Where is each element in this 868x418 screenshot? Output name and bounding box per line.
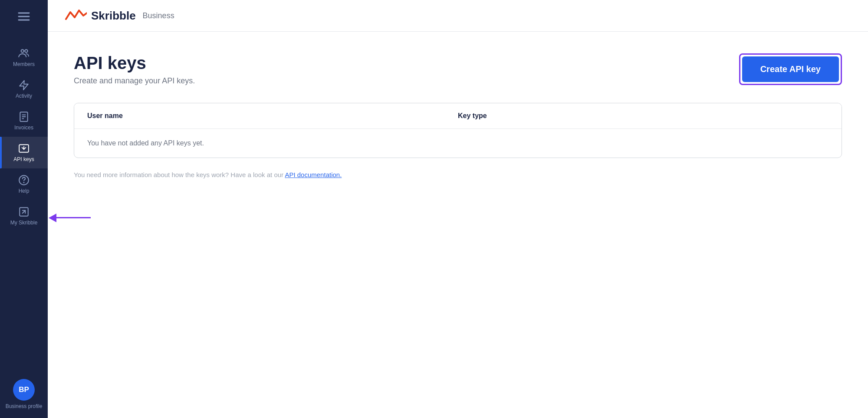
logo-icon xyxy=(65,8,87,23)
arrow-head xyxy=(49,214,56,222)
sidebar-item-api-keys[interactable]: API keys xyxy=(0,137,48,168)
sidebar-item-members[interactable]: Members xyxy=(0,42,48,73)
arrow-indicator xyxy=(49,214,91,222)
col-username-header: User name xyxy=(87,112,458,120)
svg-point-12 xyxy=(23,182,24,183)
main-content: Skribble Business API keys Create and ma… xyxy=(48,0,868,418)
api-table-body: You have not added any API keys yet. xyxy=(74,129,842,158)
page-content: API keys Create and manage your API keys… xyxy=(48,32,868,418)
sidebar-bottom: BP Business profile xyxy=(0,379,48,418)
sidebar-item-activity-label: Activity xyxy=(16,93,32,99)
top-header: Skribble Business xyxy=(48,0,868,32)
business-profile-label: Business profile xyxy=(6,403,43,409)
arrow-line xyxy=(56,217,91,218)
sidebar-item-activity[interactable]: Activity xyxy=(0,73,48,105)
avatar-initials: BP xyxy=(19,385,29,394)
sidebar-nav: Members Activity Invoices xyxy=(0,42,48,379)
logo-area: Skribble Business xyxy=(65,8,174,23)
logo-brand: Skribble xyxy=(91,9,136,23)
sidebar-item-invoices[interactable]: Invoices xyxy=(0,105,48,137)
sidebar-item-my-skribble[interactable]: My Skribble xyxy=(0,200,48,232)
page-header: API keys Create and manage your API keys… xyxy=(74,53,842,86)
create-api-key-button[interactable]: Create API key xyxy=(742,56,839,82)
col-keytype-header: Key type xyxy=(458,112,829,120)
api-keys-table: User name Key type You have not added an… xyxy=(74,103,842,158)
page-subtitle: Create and manage your API keys. xyxy=(74,76,195,86)
sidebar-item-my-skribble-label: My Skribble xyxy=(10,220,38,226)
page-title-area: API keys Create and manage your API keys… xyxy=(74,53,195,86)
avatar[interactable]: BP xyxy=(13,379,35,401)
logo-sub: Business xyxy=(143,11,174,20)
sidebar-item-api-keys-label: API keys xyxy=(13,156,34,162)
sidebar-item-members-label: Members xyxy=(13,61,35,67)
api-docs-link[interactable]: API documentation. xyxy=(285,171,342,178)
sidebar-item-help-label: Help xyxy=(19,188,30,194)
api-docs-text: You need more information about how the … xyxy=(74,171,842,178)
create-api-btn-wrapper: Create API key xyxy=(739,53,842,85)
sidebar-item-invoices-label: Invoices xyxy=(14,125,33,131)
svg-point-4 xyxy=(25,49,27,53)
api-empty-message: You have not added any API keys yet. xyxy=(87,139,829,147)
sidebar-item-help[interactable]: Help xyxy=(0,168,48,200)
api-table-header: User name Key type xyxy=(74,103,842,129)
svg-point-3 xyxy=(21,49,24,53)
api-docs-prefix: You need more information about how the … xyxy=(74,171,285,178)
menu-button[interactable] xyxy=(0,0,48,33)
sidebar: Members Activity Invoices xyxy=(0,0,48,418)
page-title: API keys xyxy=(74,53,195,73)
